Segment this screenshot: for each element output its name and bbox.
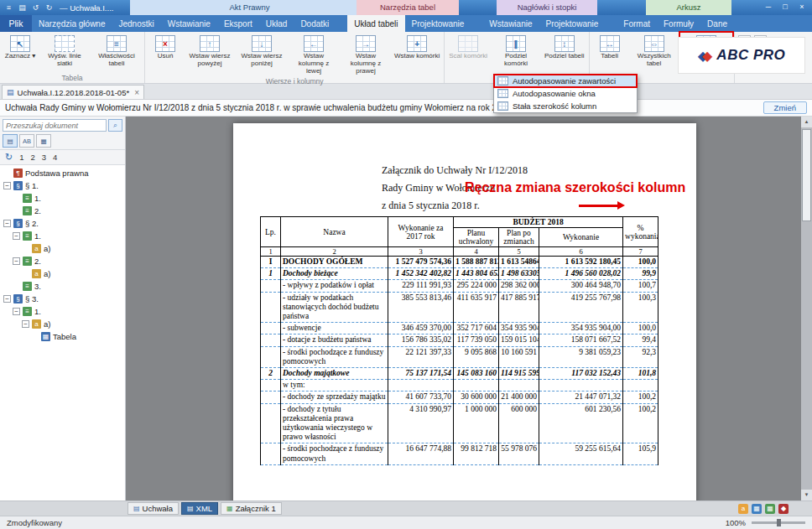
cell-value[interactable]: 21 447 071,32 [539,392,623,403]
col-header-plan-uchwalony[interactable]: Planu uchwalony [454,228,499,247]
abc-orange-icon[interactable]: a [738,504,748,514]
cell-value[interactable]: 100,2 [623,392,658,403]
tab-jednostki[interactable]: Jednostki [112,15,161,32]
cell-name[interactable]: DOCHODY OGÓŁEM [281,257,388,268]
maximize-button[interactable]: □ [777,1,794,13]
search-input[interactable] [3,119,107,132]
cell-value[interactable]: 100,0 [623,257,658,268]
cell-value[interactable] [539,380,623,392]
tab-format[interactable]: Format [617,15,657,32]
cell-value[interactable]: 101,8 [623,368,658,380]
tab-plik[interactable]: Plik [0,15,32,32]
cell-value[interactable]: 100,2 [623,403,658,443]
collapse-icon[interactable]: − [13,232,20,240]
column-number[interactable]: 5 [499,247,539,257]
scroll-down-icon[interactable]: ▼ [801,490,812,500]
bottom-tab-xml[interactable]: ▤XML [181,502,218,515]
tab-narzędzia-główne[interactable]: Narzędzia główne [32,15,112,32]
col-header-lp[interactable]: Lp. [261,217,281,247]
blue-table-icon[interactable]: ▦ [752,504,762,514]
cell-value[interactable] [623,380,658,392]
cell-value[interactable]: 601 230,56 [539,403,623,443]
refresh-icon[interactable]: ↻ [5,152,13,163]
vertical-scrollbar[interactable]: ▲ ▼ [801,117,812,500]
collapse-icon[interactable]: − [3,220,11,227]
cell-value[interactable]: 300 464 948,70 [539,280,623,292]
collapse-icon[interactable]: − [13,308,20,315]
cell-name[interactable]: - środki pochodzące z funduszy pomocowyc… [281,443,388,464]
cell-value[interactable]: 411 635 917 [454,292,499,323]
cell-value[interactable]: 354 935 904 [499,323,539,335]
tree-item-2[interactable]: −§§ 2. [0,217,125,230]
tree-item-3[interactable]: ≡3. [0,280,125,293]
tree-item-2[interactable]: −≡2. [0,255,125,267]
cell-name[interactable]: Dochody majątkowe [281,368,388,380]
close-button[interactable]: × [794,1,810,13]
column-number[interactable]: 7 [623,247,658,257]
cell-value[interactable]: 1 588 887 813 [454,257,499,268]
cell-value[interactable]: 385 553 813,46 [388,292,454,323]
fixed-column-width-menu-item[interactable]: Stała szerokość kolumn [494,100,637,112]
insert-column-left-button[interactable]: ←Wstaw kolumnę z lewej [288,33,340,76]
cell-value[interactable]: 1 613 592 180,45 [539,257,623,268]
tab-formuły[interactable]: Formuły [657,15,700,32]
column-number[interactable]: 2 [281,247,388,257]
cell-value[interactable]: 92,3 [623,346,658,367]
cell-value[interactable]: 298 362 000 [499,280,539,292]
split-table-button[interactable]: ↕Podziel tabeli [542,33,587,61]
cell-value[interactable]: 295 224 000 [454,280,499,292]
minimize-button[interactable]: ─ [760,1,777,13]
cell-value[interactable]: 1 527 479 574,36 [388,257,454,268]
cell-name[interactable]: - dochody z tytułu przekształcenia prawa… [281,403,388,443]
tab-eksport[interactable]: Eksport [217,15,259,32]
col-header-nazwa[interactable]: Nazwa [281,217,388,247]
scrollbar-thumb[interactable] [802,129,811,221]
cell-value[interactable]: 4 310 990,97 [388,403,454,443]
cell-name[interactable]: - subwencje [281,323,388,335]
tree-item-1[interactable]: −§§ 1. [0,179,125,192]
zoom-slider[interactable] [752,521,805,524]
document-tab[interactable]: ▤ Uchwała.I.12.2018.2018-01-05* × [2,85,144,99]
level-1-button[interactable]: 1 [19,153,23,162]
cell-value[interactable]: 41 607 733,70 [388,392,454,403]
cell-lp[interactable] [261,443,281,464]
tab-dodatki[interactable]: Dodatki [294,15,336,32]
autofit-table-button[interactable]: ↔Tabeli [591,33,628,61]
tree-item-a[interactable]: aa) [0,242,125,255]
collapse-icon[interactable]: − [3,182,11,189]
cell-value[interactable]: 117 739 050 [454,335,499,346]
cell-lp[interactable] [261,403,281,443]
scroll-up-icon[interactable]: ▲ [801,117,812,127]
search-icon[interactable]: ⌕ [108,119,122,132]
cell-lp[interactable] [261,292,281,323]
app-menu-icon[interactable]: ≡ [3,3,14,12]
bottom-tab-zalacznik-1[interactable]: ▦Załącznik 1 [221,502,282,515]
document-page[interactable]: Załącznik do Uchwały Nr I/12/2018 Rady G… [233,123,696,500]
cell-value[interactable]: 10 160 591 [499,346,539,367]
col-header-procent[interactable]: % wykonania [623,217,658,247]
collapse-icon[interactable]: − [3,295,11,303]
cell-value[interactable]: 417 885 917 [499,292,539,323]
cell-value[interactable]: 16 647 774,88 [388,443,454,464]
tree-item-1[interactable]: −≡1. [0,305,125,318]
cell-value[interactable]: 600 000 [499,403,539,443]
insert-row-below-button[interactable]: ↓Wstaw wiersz poniżej [236,33,288,69]
column-number[interactable]: 1 [261,247,281,257]
tab-projektowanie[interactable]: Projektowanie [405,15,471,32]
collapse-icon[interactable]: − [22,320,29,328]
cell-value[interactable]: 1 498 63305 [499,268,539,280]
tree-item-a[interactable]: −aa) [0,318,125,330]
cell-value[interactable]: 22 121 397,33 [388,346,454,367]
cell-value[interactable]: 117 032 152,43 [539,368,623,380]
cell-value[interactable]: 100,0 [623,323,658,335]
tab-dane[interactable]: Dane [700,15,734,32]
cell-value[interactable]: 1 000 000 [454,403,499,443]
zoom-slider-thumb[interactable] [777,519,781,526]
cell-value[interactable]: 99,4 [623,335,658,346]
autofit-content-menu-item[interactable]: Autodopasowanie zawartości [494,75,637,87]
cell-value[interactable]: 99 812 718 [454,443,499,464]
level-4-button[interactable]: 4 [53,153,57,162]
cell-value[interactable]: 346 459 370,00 [388,323,454,335]
cell-value[interactable]: 55 978 076 [499,443,539,464]
cell-value[interactable]: 99,9 [623,268,658,280]
